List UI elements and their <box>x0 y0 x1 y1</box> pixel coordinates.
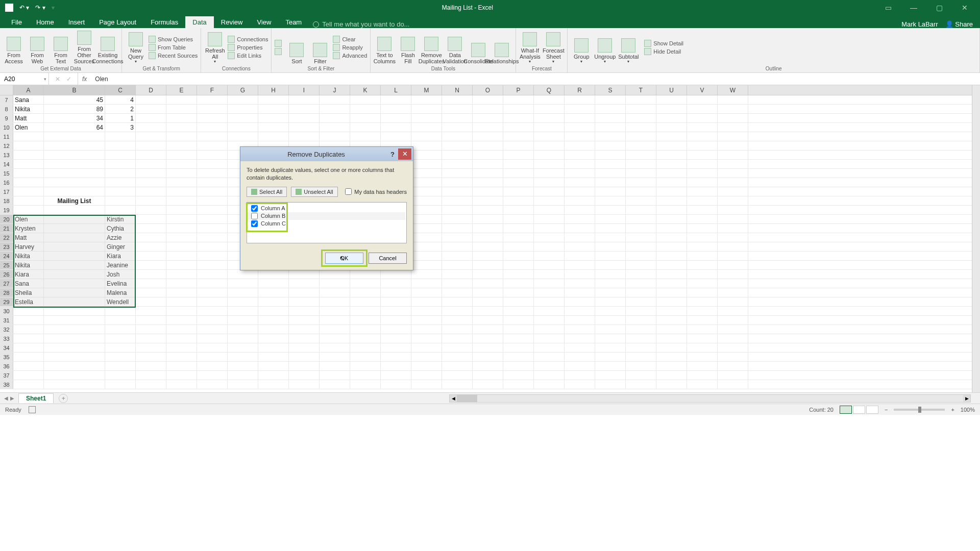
cell[interactable] <box>289 371 320 380</box>
cell[interactable] <box>534 169 565 178</box>
cell[interactable] <box>626 261 656 269</box>
cell[interactable] <box>718 288 748 297</box>
cell[interactable] <box>718 380 748 389</box>
cell[interactable] <box>442 178 473 187</box>
cell[interactable] <box>442 371 473 380</box>
cell[interactable] <box>595 316 626 324</box>
share-button[interactable]: 👤 Share <box>945 20 973 28</box>
connections-button[interactable]: Connections <box>228 36 268 43</box>
row-header[interactable]: 7 <box>0 95 13 104</box>
cell[interactable] <box>595 325 626 334</box>
cell[interactable] <box>320 371 350 380</box>
cell[interactable] <box>320 343 350 352</box>
group-button[interactable]: Group▾ <box>571 31 592 64</box>
from-web-button[interactable]: From Web <box>27 31 48 64</box>
cell[interactable] <box>595 297 626 306</box>
cell[interactable] <box>136 123 166 132</box>
cell[interactable] <box>289 95 320 104</box>
cell[interactable] <box>534 233 565 242</box>
cell[interactable] <box>166 279 197 288</box>
cell[interactable] <box>565 334 595 343</box>
forecast-sheet-button[interactable]: Forecast Sheet▾ <box>543 31 564 64</box>
cell[interactable] <box>411 95 442 104</box>
cell[interactable] <box>289 279 320 288</box>
cell[interactable] <box>228 105 258 113</box>
cell[interactable] <box>534 206 565 214</box>
cell[interactable] <box>442 151 473 159</box>
sort-az-button[interactable] <box>275 40 282 47</box>
cell[interactable] <box>718 114 748 122</box>
cell[interactable] <box>626 279 656 288</box>
cell[interactable] <box>656 160 687 168</box>
cell[interactable]: Sana <box>13 95 44 104</box>
cell[interactable] <box>473 297 503 306</box>
cell[interactable] <box>503 215 534 223</box>
cell[interactable] <box>44 141 105 150</box>
cell[interactable]: Olen <box>13 215 44 223</box>
cell[interactable] <box>687 196 718 205</box>
cell[interactable] <box>197 224 228 233</box>
cell[interactable] <box>166 362 197 370</box>
row-header[interactable]: 8 <box>0 105 13 113</box>
cell[interactable] <box>13 141 44 150</box>
cell[interactable] <box>13 334 44 343</box>
cell[interactable] <box>228 362 258 370</box>
cell[interactable] <box>442 261 473 269</box>
cell[interactable] <box>411 160 442 168</box>
cell[interactable] <box>534 334 565 343</box>
subtotal-button[interactable]: Subtotal▾ <box>618 31 639 64</box>
cell[interactable]: Nikita <box>13 261 44 269</box>
cell[interactable] <box>411 178 442 187</box>
cell[interactable] <box>534 316 565 324</box>
cell[interactable] <box>473 252 503 260</box>
cell[interactable]: 64 <box>44 123 105 132</box>
cell[interactable] <box>44 252 105 260</box>
cell[interactable] <box>626 252 656 260</box>
cell[interactable] <box>595 114 626 122</box>
cell[interactable]: Estella <box>13 297 44 306</box>
cell[interactable] <box>166 316 197 324</box>
cell[interactable] <box>166 343 197 352</box>
cell[interactable] <box>656 279 687 288</box>
cell[interactable] <box>473 270 503 279</box>
cell[interactable] <box>626 123 656 132</box>
cell[interactable] <box>534 178 565 187</box>
cell[interactable] <box>534 261 565 269</box>
col-header-m[interactable]: M <box>411 85 442 95</box>
row-header[interactable]: 14 <box>0 160 13 168</box>
cell[interactable] <box>350 343 381 352</box>
unselect-all-button[interactable]: Unselect All <box>291 187 337 197</box>
cell[interactable] <box>503 380 534 389</box>
cell[interactable] <box>565 123 595 132</box>
cell[interactable] <box>473 380 503 389</box>
cell[interactable] <box>473 261 503 269</box>
cell[interactable] <box>411 362 442 370</box>
cell[interactable] <box>320 270 350 279</box>
cell[interactable] <box>44 187 105 196</box>
cell[interactable] <box>718 270 748 279</box>
cell[interactable] <box>166 187 197 196</box>
cell[interactable] <box>718 242 748 251</box>
cell[interactable] <box>258 279 289 288</box>
cell[interactable] <box>565 187 595 196</box>
cell[interactable] <box>381 123 411 132</box>
cell[interactable] <box>626 178 656 187</box>
cell[interactable] <box>626 95 656 104</box>
cell[interactable] <box>258 297 289 306</box>
cell[interactable] <box>626 242 656 251</box>
cell[interactable] <box>503 242 534 251</box>
cell[interactable] <box>320 288 350 297</box>
cell[interactable] <box>411 187 442 196</box>
cell[interactable] <box>258 334 289 343</box>
cell[interactable] <box>228 334 258 343</box>
cell[interactable] <box>534 343 565 352</box>
cell[interactable] <box>687 178 718 187</box>
spreadsheet-grid[interactable]: ABCDEFGHIJKLMNOPQRSTUVW 7Sana4548Nikita8… <box>0 85 980 392</box>
cell[interactable] <box>289 270 320 279</box>
row-header[interactable]: 20 <box>0 215 13 223</box>
cell[interactable] <box>197 95 228 104</box>
cell[interactable] <box>656 215 687 223</box>
cell[interactable] <box>105 371 136 380</box>
row-header[interactable]: 37 <box>0 371 13 380</box>
cell[interactable] <box>503 160 534 168</box>
